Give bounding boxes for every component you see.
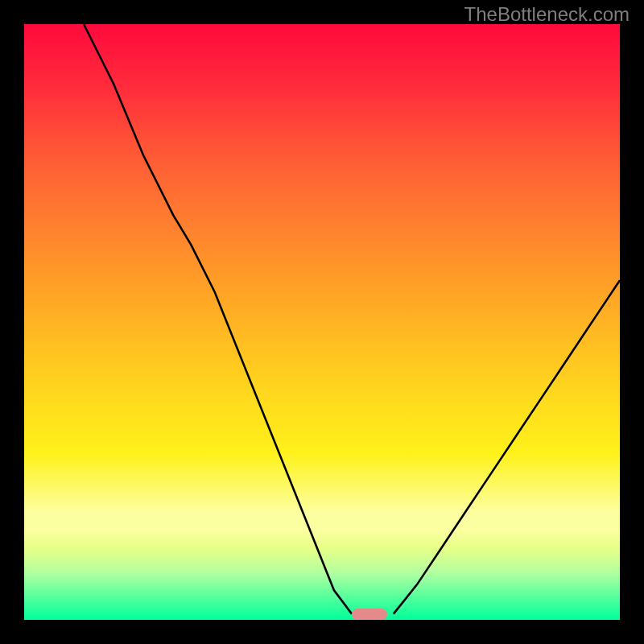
chart-curves-svg xyxy=(24,24,620,620)
chart-plot-area xyxy=(24,24,620,620)
right-curve-path xyxy=(394,280,620,613)
watermark-text: TheBottleneck.com xyxy=(464,3,630,26)
bottleneck-marker xyxy=(352,609,387,620)
left-curve-path xyxy=(84,24,352,614)
